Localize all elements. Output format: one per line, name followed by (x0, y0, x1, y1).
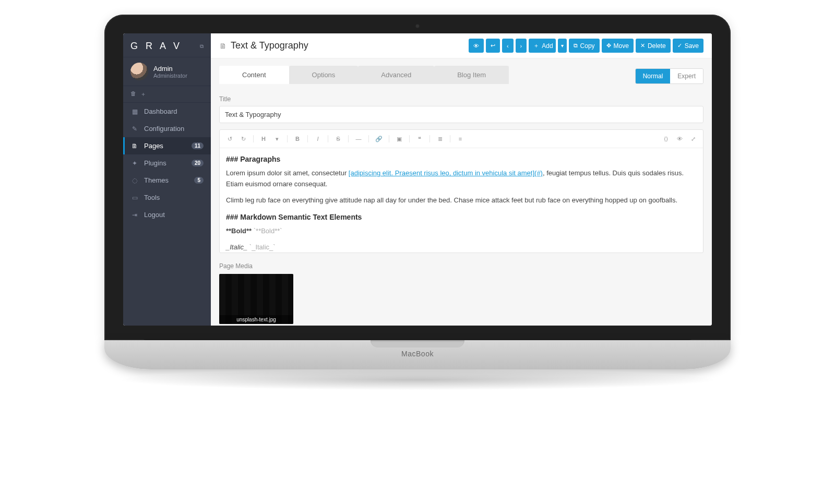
preview-button[interactable]: 👁 (469, 39, 484, 53)
media-thumbnail[interactable]: unsplash-text.jpg (219, 274, 293, 324)
tab-options[interactable]: Options (289, 66, 359, 84)
nav-count-badge: 11 (192, 142, 204, 149)
sidebar-item-tools[interactable]: ▭ Tools (123, 189, 211, 206)
sidebar-item-plugins[interactable]: ✦ Plugins 20 (123, 154, 211, 172)
nav-count-badge: 20 (192, 160, 204, 166)
ul-icon[interactable]: ≣ (434, 133, 446, 145)
nav-label: Logout (144, 211, 165, 219)
mode-normal[interactable]: Normal (636, 69, 671, 83)
button-label: Add (542, 42, 553, 50)
save-button[interactable]: ✓Save (673, 39, 703, 53)
chevron-left-icon: ‹ (507, 43, 509, 49)
title-label: Title (219, 95, 703, 103)
plus-icon: ＋ (533, 42, 539, 50)
redo-icon[interactable]: ↻ (237, 133, 249, 145)
prev-button[interactable]: ‹ (502, 39, 514, 53)
media-filename: unsplash-text.jpg (219, 315, 293, 324)
quote-icon[interactable]: ❝ (414, 133, 425, 145)
user-name: Admin (153, 65, 187, 73)
nav-label: Pages (144, 142, 163, 150)
md-paragraph: **Bold** `**Bold**` (226, 226, 697, 237)
drop-icon: ◌ (130, 177, 139, 184)
add-button[interactable]: ＋Add (529, 39, 555, 53)
italic-icon[interactable]: I (312, 133, 324, 145)
sidebar-item-themes[interactable]: ◌ Themes 5 (123, 172, 211, 189)
tab-advanced[interactable]: Advanced (358, 66, 434, 84)
editor-toolbar: ↺ ↻ H ▾ B I S — (220, 130, 703, 148)
heading-dropdown-icon[interactable]: ▾ (271, 133, 283, 145)
ol-icon[interactable]: ≡ (455, 133, 466, 145)
main-content: 🗎 Text & Typography 👁 ↩ ‹ › ＋Add ▾ ⧉Copy… (211, 33, 712, 326)
sidebar-item-pages[interactable]: 🗎 Pages 11 (123, 137, 211, 154)
nav-label: Tools (144, 194, 160, 201)
briefcase-icon: ▭ (130, 194, 139, 201)
chevron-right-icon: › (520, 43, 522, 49)
fullscreen-icon[interactable]: ⤢ (687, 133, 699, 145)
strike-icon[interactable]: S (332, 133, 344, 145)
copy-icon: ⧉ (574, 42, 578, 49)
x-icon: ✕ (640, 42, 645, 49)
sidebar-item-dashboard[interactable]: ▦ Dashboard (123, 103, 211, 120)
page-media-label: Page Media (219, 262, 703, 270)
brand-logo: G R A V (130, 41, 182, 52)
user-panel[interactable]: Admin Administrator (123, 57, 211, 86)
md-link[interactable]: [adipiscing elit. Praesent risus leo, di… (349, 169, 543, 177)
button-label: Copy (580, 42, 595, 50)
move-icon: ✥ (606, 42, 611, 49)
nav-label: Themes (144, 176, 169, 184)
image-icon[interactable]: ▣ (393, 133, 405, 145)
undo-icon[interactable]: ↺ (224, 133, 235, 145)
plus-icon[interactable]: ＋ (140, 90, 146, 98)
page-title: 🗎 Text & Typography (219, 40, 308, 51)
md-heading: ### Paragraphs (226, 153, 697, 165)
page-title-text: Text & Typography (231, 40, 308, 51)
plug-icon: ✦ (130, 160, 139, 167)
file-icon: 🗎 (130, 142, 139, 150)
link-icon[interactable]: 🔗 (373, 133, 385, 145)
avatar (130, 63, 148, 80)
editor-textarea[interactable]: ### Paragraphs Lorem ipsum dolor sit ame… (220, 148, 703, 253)
md-paragraph: Climb leg rub face on everything give at… (226, 195, 697, 206)
preview-icon[interactable]: 👁 (674, 133, 685, 145)
trash-icon[interactable]: 🗑 (130, 90, 136, 98)
check-icon: ✓ (677, 42, 682, 49)
nav-label: Dashboard (144, 107, 177, 115)
back-button[interactable]: ↩ (486, 39, 500, 53)
heading-icon[interactable]: H (258, 133, 269, 145)
copy-button[interactable]: ⧉Copy (569, 39, 600, 53)
tab-blog-item[interactable]: Blog Item (434, 66, 509, 84)
titlebar: 🗎 Text & Typography 👁 ↩ ‹ › ＋Add ▾ ⧉Copy… (211, 33, 712, 58)
md-paragraph: Lorem ipsum dolor sit amet, consectetur … (226, 168, 697, 190)
next-button[interactable]: › (516, 39, 527, 53)
nav-label: Plugins (144, 159, 166, 167)
button-label: Move (614, 42, 629, 50)
code-icon[interactable]: ⟨⟩ (660, 133, 672, 145)
button-label: Delete (648, 42, 666, 50)
reply-icon: ↩ (491, 42, 495, 49)
title-input[interactable] (219, 106, 703, 123)
user-role: Administrator (153, 73, 187, 79)
move-button[interactable]: ✥Move (602, 39, 634, 53)
logout-icon: ⇥ (130, 211, 139, 219)
md-paragraph: _Italic_ `_Italic_` (226, 242, 697, 253)
sidebar-item-logout[interactable]: ⇥ Logout (123, 206, 211, 223)
app-screen: G R A V ⧉ Admin Administrator 🗑 ＋ ▦ (123, 33, 712, 326)
hr-icon[interactable]: — (353, 133, 364, 145)
file-icon: 🗎 (219, 42, 226, 50)
sidebar: G R A V ⧉ Admin Administrator 🗑 ＋ ▦ (123, 33, 211, 326)
delete-button[interactable]: ✕Delete (636, 39, 671, 53)
external-link-icon[interactable]: ⧉ (200, 43, 204, 50)
nav-count-badge: 5 (194, 177, 204, 184)
laptop-logo: MacBook (401, 350, 434, 358)
add-dropdown[interactable]: ▾ (558, 39, 567, 53)
tab-content[interactable]: Content (219, 66, 289, 84)
mode-expert[interactable]: Expert (670, 69, 703, 83)
md-heading: ### Markdown Semantic Text Elements (226, 211, 697, 223)
eye-icon: 👁 (473, 43, 479, 49)
wrench-icon: ✎ (130, 125, 139, 133)
sidebar-item-configuration[interactable]: ✎ Configuration (123, 120, 211, 137)
nav-label: Configuration (144, 125, 184, 133)
button-label: Save (685, 42, 699, 50)
gauge-icon: ▦ (130, 108, 139, 115)
bold-icon[interactable]: B (292, 133, 303, 145)
